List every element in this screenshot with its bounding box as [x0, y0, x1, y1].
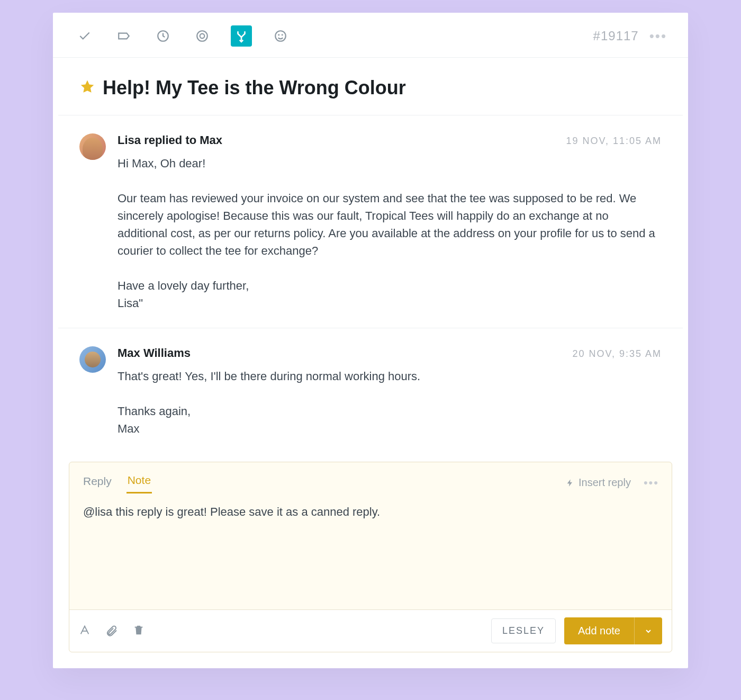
- chevron-down-icon[interactable]: [634, 617, 662, 644]
- svg-point-5: [282, 34, 283, 35]
- trash-icon[interactable]: [133, 624, 144, 638]
- svg-point-1: [197, 31, 207, 41]
- avatar: [79, 346, 106, 373]
- insert-reply-label: Insert reply: [579, 477, 631, 489]
- lightning-icon: [566, 478, 574, 488]
- message-timestamp: 19 NOV, 11:05 AM: [566, 136, 662, 147]
- subject-row: Help! My Tee is the Wrong Colour: [58, 58, 683, 115]
- assignee-chip[interactable]: LESLEY: [491, 618, 556, 643]
- svg-point-3: [275, 31, 286, 41]
- merge-icon[interactable]: [231, 25, 252, 47]
- composer-textarea[interactable]: @lisa this reply is great! Please save i…: [69, 493, 672, 609]
- text-format-icon[interactable]: [79, 624, 91, 638]
- tab-reply[interactable]: Reply: [82, 473, 113, 493]
- toolbar-right: #19117 •••: [593, 28, 667, 44]
- toolbar-action-icons: [74, 25, 291, 47]
- message-timestamp: 20 NOV, 9:35 AM: [573, 348, 662, 360]
- message: Lisa replied to Max 19 NOV, 11:05 AM Hi …: [58, 115, 683, 328]
- composer-footer: LESLEY Add note: [69, 609, 672, 652]
- toolbar: #19117 •••: [53, 13, 688, 58]
- ticket-id: #19117: [593, 29, 639, 43]
- more-icon[interactable]: •••: [649, 28, 667, 44]
- avatar: [79, 133, 106, 160]
- composer-wrap: Reply Note Insert reply ••• @lisa this r…: [69, 462, 672, 652]
- star-icon[interactable]: [79, 79, 95, 97]
- target-icon[interactable]: [192, 25, 213, 47]
- attachment-icon[interactable]: [105, 624, 118, 639]
- add-note-button[interactable]: Add note: [564, 617, 662, 644]
- clock-icon[interactable]: [152, 25, 174, 47]
- insert-reply-button[interactable]: Insert reply: [566, 477, 631, 489]
- composer-tabs: Reply Note Insert reply •••: [69, 462, 672, 493]
- message-body: Hi Max, Oh dear! Our team has reviewed y…: [118, 155, 662, 312]
- tab-note[interactable]: Note: [126, 472, 152, 493]
- svg-point-2: [200, 34, 205, 39]
- ticket-card: #19117 ••• Help! My Tee is the Wrong Col…: [53, 13, 688, 668]
- message-author: Max Williams: [118, 346, 191, 360]
- composer: Reply Note Insert reply ••• @lisa this r…: [69, 462, 672, 652]
- check-icon[interactable]: [74, 25, 95, 47]
- svg-point-4: [278, 34, 279, 35]
- message-author: Lisa replied to Max: [118, 133, 222, 147]
- ticket-subject: Help! My Tee is the Wrong Colour: [103, 77, 406, 99]
- emoji-icon[interactable]: [270, 25, 291, 47]
- message-body: That's great! Yes, I'll be there during …: [118, 367, 662, 437]
- message: Max Williams 20 NOV, 9:35 AM That's grea…: [58, 328, 683, 453]
- messages-list: Lisa replied to Max 19 NOV, 11:05 AM Hi …: [53, 115, 688, 453]
- composer-more-icon[interactable]: •••: [644, 476, 659, 490]
- tag-icon[interactable]: [113, 25, 134, 47]
- add-note-label: Add note: [564, 617, 634, 644]
